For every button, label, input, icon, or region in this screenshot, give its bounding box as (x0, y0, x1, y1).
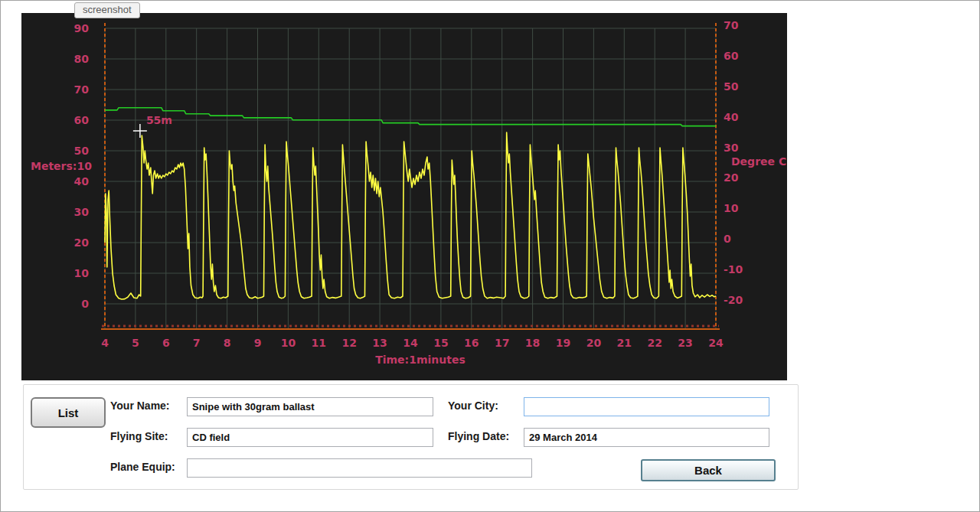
your-name-label: Your Name: (110, 399, 170, 412)
x-axis-tick-label: 7 (193, 337, 201, 349)
flight-info-form: List Your Name: Flying Site: Plane Equip… (23, 384, 799, 490)
left-axis-tick-label: 30 (74, 206, 90, 218)
right-axis-tick-label: 70 (724, 19, 739, 31)
x-axis-tick-label: 13 (372, 337, 387, 349)
altimeter-chart-panel: 9080706050403020100706050403020100-10-20… (21, 13, 787, 380)
right-axis-tick-label: 60 (724, 50, 739, 62)
list-button[interactable]: List (31, 397, 106, 428)
flying-date-input[interactable] (524, 428, 769, 447)
left-axis-tick-label: 90 (74, 22, 90, 34)
screenshot-tooltip: screenshot (74, 2, 140, 18)
app-window: screenshot 90807060504030201007060504030… (0, 0, 980, 512)
x-axis-tick-label: 12 (341, 337, 356, 349)
flying-site-input[interactable] (187, 428, 433, 447)
x-axis-tick-label: 9 (254, 337, 262, 349)
right-axis-tick-label: 0 (724, 233, 731, 245)
left-axis-title: Meters:10 (31, 160, 92, 172)
right-axis-tick-label: 30 (724, 142, 739, 154)
right-axis-title: Degree C (731, 155, 786, 168)
x-axis-tick-label: 20 (586, 337, 602, 349)
right-axis-tick-label: 50 (724, 80, 739, 93)
right-axis-tick-label: 10 (724, 202, 739, 214)
chart-svg: 9080706050403020100706050403020100-10-20… (21, 13, 787, 380)
right-axis-tick-label: 20 (724, 171, 739, 184)
your-city-input[interactable] (524, 397, 769, 416)
x-axis-title: Time:1minutes (375, 354, 466, 366)
left-axis-tick-label: 20 (74, 236, 90, 249)
left-axis-tick-label: 60 (74, 114, 90, 126)
x-axis-tick-label: 18 (525, 337, 540, 349)
your-name-input[interactable] (187, 397, 433, 416)
altitude-annotation: 55m (146, 114, 172, 126)
right-axis-tick-label: -20 (724, 294, 743, 306)
x-axis-tick-label: 24 (708, 337, 724, 349)
x-axis-tick-label: 4 (101, 337, 109, 349)
plane-equip-input[interactable] (187, 458, 532, 478)
x-axis-tick-label: 15 (433, 337, 448, 349)
left-axis-tick-label: 70 (74, 83, 90, 96)
x-axis-tick-label: 21 (617, 337, 632, 349)
x-axis-tick-label: 10 (281, 337, 296, 349)
right-axis-tick-label: -10 (724, 263, 743, 276)
left-axis-tick-label: 50 (74, 145, 90, 157)
your-city-label: Your City: (448, 399, 498, 412)
x-axis-tick-label: 5 (132, 337, 139, 349)
x-axis-tick-label: 8 (224, 337, 231, 349)
x-axis-tick-label: 11 (312, 337, 326, 349)
left-axis-tick-label: 10 (74, 267, 90, 279)
left-axis-tick-label: 0 (81, 298, 89, 310)
x-axis-tick-label: 16 (464, 337, 479, 349)
x-axis-tick-label: 6 (162, 337, 170, 349)
flying-date-label: Flying Date: (448, 430, 509, 442)
left-axis-tick-label: 80 (74, 53, 90, 65)
left-axis-tick-label: 40 (74, 175, 90, 188)
right-axis-tick-label: 40 (724, 111, 739, 123)
plane-equip-label: Plane Equip: (110, 461, 175, 473)
back-button[interactable]: Back (641, 459, 776, 481)
x-axis-tick-label: 17 (495, 337, 509, 349)
x-axis-tick-label: 14 (403, 337, 418, 349)
x-axis-tick-label: 19 (556, 337, 570, 349)
flying-site-label: Flying Site: (110, 430, 168, 442)
x-axis-tick-label: 22 (647, 337, 662, 349)
x-axis-tick-label: 23 (678, 337, 692, 349)
